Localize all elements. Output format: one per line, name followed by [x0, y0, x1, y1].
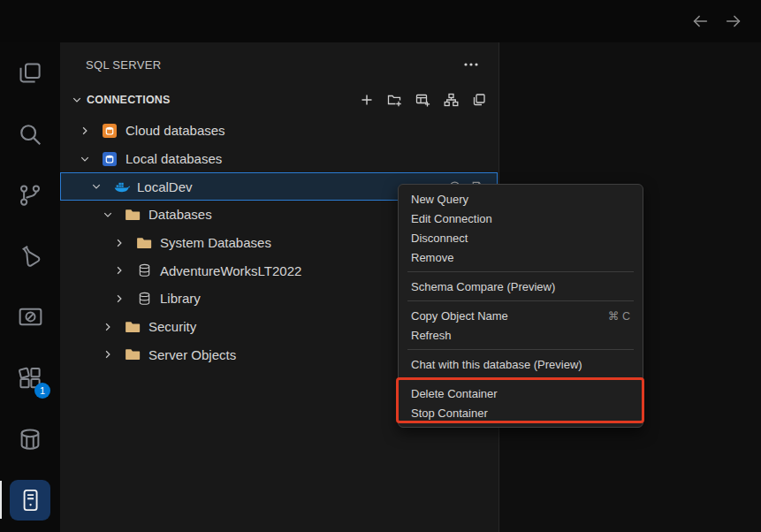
activity-item-search[interactable]	[0, 103, 60, 164]
menu-item-label: New Query	[411, 193, 468, 206]
tree-item-label: Cloud databases	[126, 123, 225, 138]
menu-separator	[407, 271, 634, 272]
menu-item-label: Copy Object Name	[411, 309, 508, 323]
connections-section-header[interactable]: CONNECTIONS	[60, 87, 498, 113]
new-connection-group-icon[interactable]	[387, 93, 402, 107]
menu-item-label: Disconnect	[411, 232, 468, 245]
menu-item-remove[interactable]: Remove	[399, 247, 643, 267]
chevron-right-icon[interactable]	[111, 265, 127, 276]
context-menu: New Query Edit Connection Disconnect Rem…	[398, 184, 643, 428]
tree-item-local-databases[interactable]: Local databases	[60, 145, 498, 173]
tree-item-label: Local databases	[126, 151, 222, 166]
tree-item-label: AdventureWorksLT2022	[160, 263, 301, 278]
chevron-right-icon[interactable]	[100, 349, 116, 360]
flask-icon	[17, 243, 43, 270]
extensions-badge: 1	[34, 383, 50, 399]
tree-item-label: Security	[148, 319, 196, 334]
menu-item-chat-with-database[interactable]: Chat with this database (Preview)	[399, 354, 643, 374]
more-actions-icon[interactable]	[463, 62, 479, 67]
tree-item-label: LocalDev	[137, 179, 193, 194]
chevron-right-icon[interactable]	[100, 322, 116, 332]
git-branch-icon	[17, 182, 43, 209]
activity-item-testing[interactable]	[0, 225, 60, 286]
activity-item-remote-monitor[interactable]	[0, 286, 60, 347]
menu-item-label: Remove	[411, 251, 453, 264]
menu-item-shortcut: ⌘ C	[608, 309, 630, 323]
activity-item-extensions[interactable]: 1	[0, 347, 60, 408]
navigate-back-icon[interactable]	[690, 11, 710, 31]
copy-pages-icon	[17, 60, 43, 87]
menu-item-stop-container[interactable]: Stop Container	[399, 403, 643, 422]
chevron-down-icon[interactable]	[100, 209, 116, 220]
chevron-right-icon[interactable]	[111, 293, 127, 304]
tree-item-label: Library	[160, 291, 201, 306]
sql-server-icon	[10, 480, 50, 521]
chevron-right-icon[interactable]	[111, 238, 127, 248]
local-database-icon	[101, 152, 118, 166]
tree-item-label: Server Objects	[148, 347, 236, 362]
search-icon	[17, 121, 43, 148]
menu-item-label: Chat with this database (Preview)	[411, 358, 582, 371]
folder-icon	[124, 348, 141, 361]
menu-item-copy-object-name[interactable]: Copy Object Name ⌘ C	[399, 306, 643, 325]
docker-whale-icon	[112, 179, 130, 194]
new-server-group-icon[interactable]	[415, 93, 430, 107]
menu-item-refresh[interactable]: Refresh	[399, 325, 643, 345]
menu-item-label: Edit Connection	[411, 212, 492, 225]
connect-org-chart-icon[interactable]	[444, 93, 459, 107]
database-icon	[135, 292, 153, 306]
menu-separator	[407, 349, 634, 350]
panel-title: SQL SERVER	[86, 58, 463, 72]
tree-item-cloud-databases[interactable]: Cloud databases	[60, 117, 498, 145]
menu-item-label: Refresh	[411, 329, 452, 342]
database-icon	[135, 263, 153, 277]
menu-item-edit-connection[interactable]: Edit Connection	[399, 209, 643, 228]
connections-section-label: CONNECTIONS	[87, 94, 171, 106]
tree-item-label: System Databases	[160, 235, 271, 250]
menu-item-schema-compare[interactable]: Schema Compare (Preview)	[399, 277, 643, 296]
tree-item-label: Databases	[148, 207, 212, 222]
container-barrel-icon	[17, 426, 43, 452]
menu-item-new-query[interactable]: New Query	[399, 189, 643, 209]
menu-item-delete-container[interactable]: Delete Container	[399, 384, 643, 403]
menu-item-label: Schema Compare (Preview)	[411, 280, 555, 293]
menu-separator	[407, 378, 634, 379]
panel-header: SQL SERVER	[60, 42, 498, 87]
activity-item-containers[interactable]	[0, 408, 60, 469]
chevron-down-icon[interactable]	[88, 181, 104, 192]
chevron-down-icon[interactable]	[69, 95, 85, 105]
cloud-database-icon	[101, 124, 118, 138]
folder-icon	[124, 209, 141, 221]
menu-separator	[407, 300, 634, 301]
add-connection-icon[interactable]	[360, 93, 374, 107]
menu-item-disconnect[interactable]: Disconnect	[399, 228, 643, 247]
navigate-forward-icon[interactable]	[724, 11, 743, 31]
monitor-slash-icon	[17, 304, 44, 331]
chevron-down-icon[interactable]	[77, 154, 93, 164]
duplicate-icon[interactable]	[472, 93, 486, 107]
folder-icon	[124, 321, 141, 333]
activity-item-source-control[interactable]	[0, 164, 60, 225]
folder-icon	[135, 237, 153, 249]
menu-item-label: Delete Container	[411, 387, 498, 400]
activity-item-explorer[interactable]	[0, 42, 60, 103]
activity-bar: 1	[0, 42, 60, 532]
activity-item-sql-server[interactable]	[0, 469, 60, 530]
menu-item-label: Stop Container	[411, 407, 488, 420]
titlebar	[0, 0, 761, 42]
chevron-right-icon[interactable]	[77, 125, 93, 136]
connections-toolbar	[360, 93, 486, 107]
